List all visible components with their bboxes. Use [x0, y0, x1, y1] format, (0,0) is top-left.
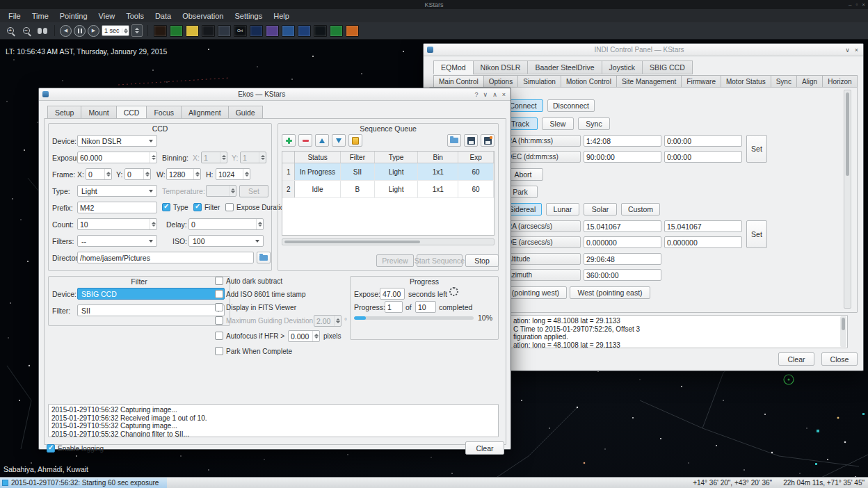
sky-thumbnail-10[interactable]: [297, 24, 311, 38]
sky-thumbnail-4[interactable]: [201, 24, 215, 38]
scrollbar-thumb[interactable]: [846, 92, 849, 176]
de-rate-target-input[interactable]: [665, 237, 741, 247]
count-spinbox[interactable]: [77, 218, 157, 230]
ra-rate-field[interactable]: [584, 220, 661, 232]
lunar-rate-button[interactable]: Lunar: [546, 203, 579, 215]
time-rewind-button[interactable]: ◀: [60, 25, 72, 37]
azimuth-field[interactable]: [584, 269, 661, 281]
de-rate-input[interactable]: [584, 237, 661, 247]
indi-titlebar[interactable]: INDI Control Panel — KStars ∨ ×: [424, 44, 863, 56]
expose-remaining-input[interactable]: [380, 288, 404, 299]
menu-file[interactable]: File: [3, 10, 26, 22]
menu-tools[interactable]: Tools: [120, 10, 150, 22]
menu-help[interactable]: Help: [268, 10, 295, 22]
edit-job-button[interactable]: [348, 134, 362, 147]
minimize-icon[interactable]: –: [849, 1, 851, 8]
frame-y-spinbox[interactable]: [124, 168, 151, 180]
frame-type-select[interactable]: Light: [77, 185, 157, 197]
azimuth-input[interactable]: [584, 270, 661, 280]
de-rate-target-field[interactable]: [664, 236, 742, 248]
rate-set-button[interactable]: Set: [746, 220, 767, 248]
expose-remaining-field[interactable]: [380, 288, 405, 300]
zoom-out-button[interactable]: −: [19, 24, 33, 38]
guide-deviation-checkbox[interactable]: [215, 316, 223, 325]
dec-target-field[interactable]: [664, 151, 742, 163]
column-status[interactable]: Status: [295, 152, 340, 163]
sky-thumbnail-7[interactable]: [249, 24, 263, 38]
sky-thumbnail-9[interactable]: [281, 24, 295, 38]
sequence-row[interactable]: 1 In Progress SII Light 1x1 60: [282, 163, 494, 181]
column-filter[interactable]: Filter: [340, 152, 374, 163]
time-forward-button[interactable]: ▶: [88, 25, 99, 37]
tab-baader-steeldrive[interactable]: Baader SteelDrive: [527, 60, 602, 74]
prefix-field[interactable]: [77, 202, 157, 213]
frame-x-spinbox[interactable]: [86, 168, 112, 180]
dec-value-input[interactable]: [584, 152, 661, 162]
spinner-arrows-icon[interactable]: [150, 152, 156, 163]
progress-current-field[interactable]: [385, 301, 403, 313]
save-sequence-button[interactable]: [464, 134, 478, 147]
menu-observation[interactable]: Observation: [177, 10, 229, 22]
type-checkbox[interactable]: [162, 203, 170, 211]
exposure-input[interactable]: [78, 152, 150, 163]
tab-sbig-ccd[interactable]: SBIG CCD: [642, 60, 693, 74]
column-bin[interactable]: Bin: [418, 152, 458, 163]
progress-current-input[interactable]: [385, 302, 402, 312]
browse-directory-button[interactable]: [257, 252, 271, 263]
frame-h-spinbox[interactable]: [216, 168, 250, 180]
sky-thumbnail-13[interactable]: [345, 24, 359, 38]
dec-target-input[interactable]: [665, 152, 741, 162]
park-when-complete-checkbox[interactable]: [215, 347, 223, 355]
sky-thumbnail-3[interactable]: [185, 24, 199, 38]
menu-pointing[interactable]: Pointing: [54, 10, 93, 22]
sequence-row[interactable]: 2 Idle B Light 1x1 60: [282, 181, 494, 198]
tab-eqmod[interactable]: EQMod: [433, 60, 474, 74]
ra-value-field[interactable]: [584, 135, 661, 147]
custom-rate-button[interactable]: Custom: [621, 203, 660, 215]
autofocus-hfr-checkbox[interactable]: [215, 332, 223, 340]
fits-viewer-checkbox[interactable]: [215, 303, 223, 311]
sequence-hscrollbar[interactable]: [282, 238, 495, 245]
progress-total-input[interactable]: [416, 302, 435, 312]
scrollbar-thumb[interactable]: [284, 241, 420, 243]
indi-clear-button[interactable]: Clear: [778, 352, 814, 366]
ra-target-input[interactable]: [665, 136, 741, 146]
tab-alignment[interactable]: Alignment: [181, 106, 229, 120]
filter-checkbox[interactable]: [193, 203, 202, 211]
enable-logging-checkbox[interactable]: [47, 444, 55, 453]
directory-input[interactable]: [78, 252, 253, 263]
eq-set-button[interactable]: Set: [746, 135, 767, 163]
delay-spinbox[interactable]: [188, 218, 264, 230]
ekos-clear-button[interactable]: Clear: [465, 441, 504, 455]
ra-rate-target-input[interactable]: [665, 221, 741, 231]
sky-thumbnail-5[interactable]: [217, 24, 231, 38]
sky-thumbnail-8[interactable]: [265, 24, 279, 38]
add-job-button[interactable]: [282, 134, 296, 147]
solar-rate-button[interactable]: Solar: [584, 203, 617, 215]
slew-button[interactable]: Slew: [542, 117, 574, 130]
sky-thumbnail-11[interactable]: [313, 24, 327, 38]
column-type[interactable]: Type: [375, 152, 418, 163]
time-unit-stepper[interactable]: [131, 24, 143, 37]
spinner-arrows-icon[interactable]: [122, 29, 129, 33]
sky-thumbnail-1[interactable]: [153, 24, 167, 38]
ra-target-field[interactable]: [664, 135, 742, 147]
unshade-icon[interactable]: ∧: [492, 91, 497, 98]
find-object-button[interactable]: [35, 24, 49, 38]
help-icon[interactable]: ?: [475, 91, 479, 98]
filter-device-select[interactable]: SBIG CCD: [77, 288, 225, 300]
open-sequence-button[interactable]: [447, 134, 461, 147]
ekos-log[interactable]: 2015-01-29T10:56:32 Capturing image... 2…: [48, 404, 499, 437]
sky-thumbnail-2[interactable]: [169, 24, 183, 38]
menu-data[interactable]: Data: [150, 10, 177, 22]
time-step-spinbox[interactable]: 1 sec: [102, 25, 129, 36]
close-icon[interactable]: ×: [862, 1, 865, 8]
move-job-down-button[interactable]: [332, 134, 346, 147]
tab-setup[interactable]: Setup: [47, 106, 81, 120]
move-job-up-button[interactable]: [315, 134, 329, 147]
tab-guide[interactable]: Guide: [228, 106, 263, 120]
indi-vertical-scrollbar[interactable]: [844, 90, 851, 309]
auto-dark-checkbox[interactable]: [215, 277, 223, 285]
autofocus-hfr-spinbox[interactable]: [288, 330, 320, 342]
maximize-icon[interactable]: ▫: [855, 1, 858, 8]
